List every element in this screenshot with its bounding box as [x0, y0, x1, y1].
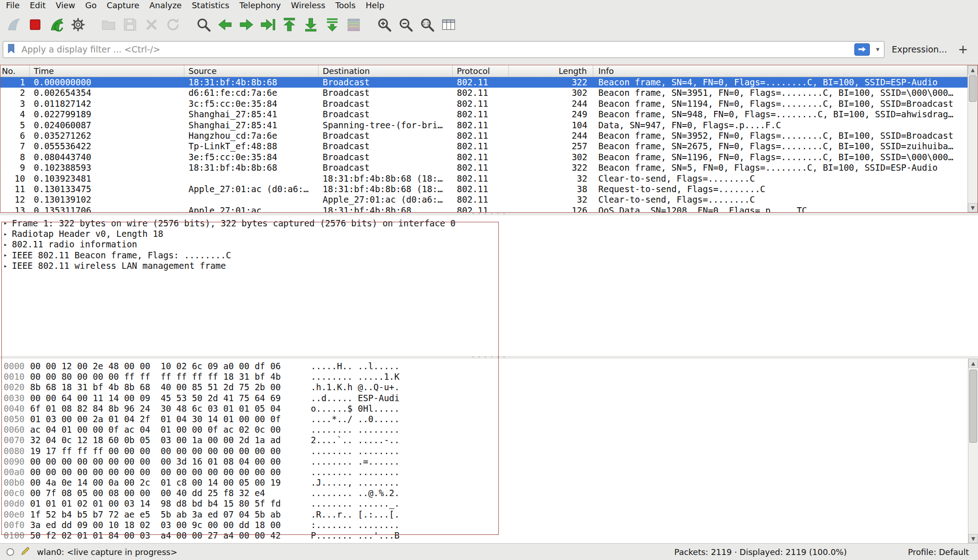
go-to-packet-button[interactable] — [257, 14, 278, 36]
close-capture-file-button[interactable] — [141, 14, 162, 36]
detail-tree-row[interactable]: ▸IEEE 802.11 Beacon frame, Flags: ......… — [4, 250, 978, 260]
column-header-destination[interactable]: Destination — [319, 65, 453, 77]
cell-destination: Broadcast — [319, 131, 453, 141]
detail-tree-row[interactable]: ▸Radiotap Header v0, Length 18 — [4, 228, 978, 239]
scroll-down-button[interactable]: ▼ — [968, 534, 978, 543]
expert-info-circle-icon[interactable] — [6, 548, 14, 556]
hex-row[interactable]: 00e01f 52 b4 b5 b7 72 ae e5 5b ab 3a ed … — [4, 509, 978, 520]
profile-button[interactable]: Profile: Default — [908, 547, 969, 557]
packet-list-scrollbar[interactable]: ▲ ▼ — [968, 65, 978, 212]
hex-row[interactable]: 005001 03 00 00 2a 01 04 2f 01 04 30 14 … — [4, 414, 978, 424]
hex-row[interactable]: 003000 00 64 00 11 14 00 09 45 53 50 2d … — [4, 393, 978, 403]
packet-row[interactable]: 10.00000000018:31:bf:4b:8b:68Broadcast80… — [0, 77, 978, 88]
hex-row[interactable]: 010050 f2 02 01 01 84 00 03 a4 00 00 27 … — [4, 530, 978, 541]
find-packet-button[interactable] — [193, 14, 214, 36]
go-to-first-packet-button[interactable] — [278, 14, 300, 36]
hex-pane-scrollbar[interactable]: ▲ ▼ — [968, 359, 978, 543]
packet-row[interactable]: 100.10392348118:31:bf:4b:8b:68 (18:…802.… — [0, 173, 978, 184]
scroll-up-button[interactable]: ▲ — [968, 65, 978, 74]
zoom-in-button[interactable] — [373, 14, 395, 36]
triangle-right-icon[interactable]: ▸ — [4, 262, 12, 269]
go-to-last-packet-button[interactable] — [300, 14, 321, 36]
menu-telephony[interactable]: Telephony — [234, 0, 286, 11]
menu-view[interactable]: View — [51, 0, 80, 11]
reload-file-button[interactable] — [162, 14, 183, 36]
colorize-toggle-button[interactable] — [343, 14, 364, 36]
hex-bytes: 1f 52 b4 b5 b7 72 ae e5 5b ab 3a ed 07 0… — [30, 509, 311, 520]
triangle-right-icon[interactable]: ▸ — [4, 220, 12, 226]
resize-columns-icon — [441, 17, 456, 32]
detail-tree-row[interactable]: ▸802.11 radio information — [4, 239, 978, 250]
hex-row[interactable]: 00c000 7f 08 05 00 08 00 00 00 40 dd 25 … — [4, 488, 978, 498]
hex-row[interactable]: 009000 00 00 00 00 00 00 00 00 3d 16 01 … — [4, 456, 978, 467]
hex-row[interactable]: 000000 00 12 00 2e 48 00 00 10 02 6c 09 … — [4, 361, 978, 372]
triangle-right-icon[interactable]: ▸ — [4, 251, 12, 258]
scroll-up-button[interactable]: ▲ — [968, 359, 978, 368]
scroll-down-button[interactable]: ▼ — [968, 203, 978, 212]
stop-capture-button[interactable] — [24, 14, 46, 36]
expression-button[interactable]: Expression... — [890, 44, 949, 54]
svg-text:1:1: 1:1 — [423, 21, 429, 26]
capture-options-button[interactable] — [67, 14, 89, 36]
packet-row[interactable]: 70.055536422Tp-LinkT_ef:48:88Broadcast80… — [0, 141, 978, 152]
arrow-to-line-icon — [260, 17, 276, 32]
packet-row[interactable]: 110.130133475Apple_27:01:ac (d0:a6:…18:3… — [0, 184, 978, 194]
restart-capture-button[interactable] — [46, 14, 67, 36]
go-back-button[interactable] — [214, 14, 235, 36]
auto-scroll-toggle-button[interactable] — [321, 14, 343, 36]
zoom-reset-button[interactable]: 1:1 — [416, 14, 438, 36]
packet-detail-pane: ▸Frame 1: 322 bytes on wire (2576 bits),… — [0, 215, 978, 356]
open-capture-file-button[interactable] — [98, 14, 119, 36]
packet-row[interactable]: 20.002654354d6:61:fe:cd:7a:6eBroadcast80… — [0, 88, 978, 98]
apply-filter-button[interactable] — [854, 43, 870, 56]
capture-comment-pencil-icon[interactable] — [21, 546, 31, 558]
menu-analyze[interactable]: Analyze — [144, 0, 187, 11]
packet-row[interactable]: 120.130139102Apple_27:01:ac (d0:a6:…802.… — [0, 194, 978, 205]
filter-bookmark-icon[interactable] — [6, 43, 17, 56]
column-header-info[interactable]: Info — [593, 65, 968, 77]
packet-row[interactable]: 40.022799189Shanghai_27:85:41Broadcast80… — [0, 109, 978, 120]
hex-row[interactable]: 0060ac 04 01 00 00 0f ac 04 01 00 00 0f … — [4, 424, 978, 435]
hex-row[interactable]: 00406f 01 08 82 84 8b 96 24 30 48 6c 03 … — [4, 403, 978, 414]
column-header-protocol[interactable]: Protocol — [453, 65, 509, 77]
packet-row[interactable]: 60.035271262Hangzhou_cd:7a:6eBroadcast80… — [0, 131, 978, 141]
menu-tools[interactable]: Tools — [330, 0, 361, 11]
resize-columns-button[interactable] — [438, 14, 459, 36]
menu-help[interactable]: Help — [361, 0, 389, 11]
hex-row[interactable]: 00208b 68 18 31 bf 4b 8b 68 40 00 85 51 … — [4, 382, 978, 393]
save-capture-file-button[interactable] — [119, 14, 141, 36]
column-header-time[interactable]: Time — [30, 65, 184, 77]
column-header-length[interactable]: Length — [509, 65, 593, 77]
start-capture-button[interactable] — [3, 14, 24, 36]
scrollbar-thumb[interactable] — [969, 75, 977, 102]
hex-row[interactable]: 008019 17 ff ff ff 00 00 00 00 00 00 00 … — [4, 446, 978, 456]
column-header-source[interactable]: Source — [184, 65, 319, 77]
hex-row[interactable]: 00a000 00 00 00 00 00 00 00 00 00 00 00 … — [4, 467, 978, 477]
go-forward-button[interactable] — [235, 14, 257, 36]
detail-tree-row[interactable]: ▸Frame 1: 322 bytes on wire (2576 bits),… — [4, 218, 978, 228]
column-header-no[interactable]: No. — [0, 65, 30, 77]
hex-row[interactable]: 00f03a ed dd 09 00 10 18 02 03 00 9c 00 … — [4, 520, 978, 530]
packet-row[interactable]: 90.10238859318:31:bf:4b:8b:68Broadcast80… — [0, 162, 978, 173]
hex-row[interactable]: 001000 00 80 00 00 00 ff ff ff ff ff ff … — [4, 372, 978, 382]
menu-edit[interactable]: Edit — [25, 0, 51, 11]
scrollbar-thumb[interactable] — [969, 370, 977, 443]
menu-capture[interactable]: Capture — [102, 0, 145, 11]
hex-row[interactable]: 00b000 4a 0e 14 00 0a 00 2c 01 c8 00 14 … — [4, 477, 978, 488]
packet-row[interactable]: 80.0804437403e:f5:cc:0e:35:84Broadcast80… — [0, 152, 978, 162]
menu-file[interactable]: File — [1, 0, 25, 11]
hex-row[interactable]: 00d001 01 01 02 01 00 03 14 98 d8 bd b4 … — [4, 498, 978, 509]
menu-wireless[interactable]: Wireless — [286, 0, 330, 11]
triangle-right-icon[interactable]: ▸ — [4, 230, 12, 237]
triangle-right-icon[interactable]: ▸ — [4, 241, 12, 248]
display-filter-input[interactable]: Apply a display filter ... <Ctrl-/> ▾ — [3, 41, 884, 58]
zoom-out-button[interactable] — [395, 14, 416, 36]
menu-statistics[interactable]: Statistics — [187, 0, 234, 11]
detail-tree-row[interactable]: ▸IEEE 802.11 wireless LAN management fra… — [4, 261, 978, 271]
filter-history-chevron-icon[interactable]: ▾ — [874, 45, 881, 53]
add-filter-button[interactable]: + — [954, 42, 972, 56]
packet-row[interactable]: 50.024060087Shanghai_27:85:41Spanning-tr… — [0, 120, 978, 131]
menu-go[interactable]: Go — [80, 0, 102, 11]
packet-row[interactable]: 30.0118271423c:f5:cc:0e:35:84Broadcast80… — [0, 99, 978, 109]
hex-row[interactable]: 007032 04 0c 12 18 60 0b 05 03 00 1a 00 … — [4, 435, 978, 445]
